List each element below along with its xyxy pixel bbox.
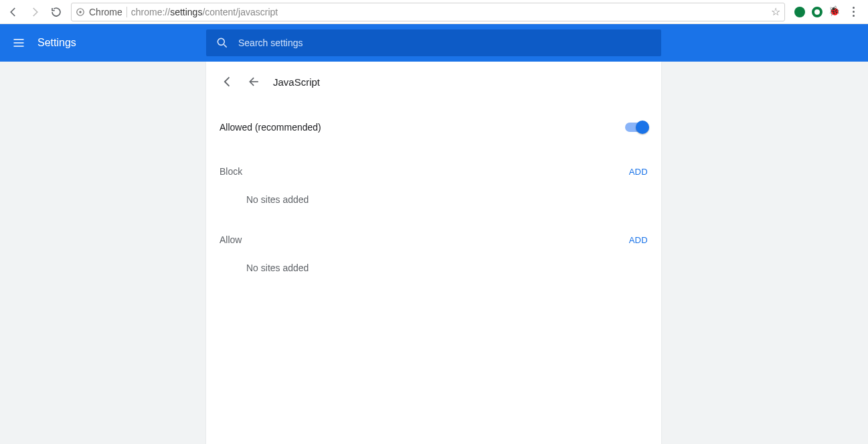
forward-button[interactable]	[25, 3, 44, 21]
block-section-header: Block ADD	[206, 154, 661, 189]
reload-button[interactable]	[47, 3, 66, 21]
settings-back-button[interactable]	[220, 74, 236, 90]
settings-body: JavaScript Allowed (recommended) Block A…	[0, 62, 868, 444]
nav-button-group	[4, 3, 66, 21]
block-empty-message: No sites added	[206, 189, 661, 218]
extension-icon-3[interactable]	[829, 7, 840, 17]
origin-label: Chrome	[89, 7, 122, 17]
settings-card: JavaScript Allowed (recommended) Block A…	[206, 62, 661, 444]
search-settings-box[interactable]	[206, 29, 661, 56]
extension-icon-2[interactable]	[812, 7, 822, 17]
settings-header: Settings	[0, 24, 868, 62]
site-info-icon[interactable]	[76, 7, 85, 17]
allowed-toggle[interactable]	[625, 123, 648, 132]
allow-add-button[interactable]: ADD	[629, 235, 648, 245]
hamburger-menu-button[interactable]	[0, 24, 37, 62]
extension-icons	[790, 7, 864, 17]
extension-icon-1[interactable]	[794, 7, 805, 17]
block-add-button[interactable]: ADD	[629, 167, 648, 177]
omnibox-divider	[126, 7, 127, 17]
block-section-label: Block	[220, 166, 242, 177]
search-icon	[215, 36, 229, 50]
toggle-knob	[636, 121, 649, 134]
url-text: chrome://settings/content/javascript	[131, 7, 278, 17]
allowed-toggle-row: Allowed (recommended)	[206, 110, 661, 145]
back-arrow-icon[interactable]	[248, 75, 261, 88]
svg-point-1	[79, 11, 82, 13]
allowed-toggle-label: Allowed (recommended)	[220, 122, 321, 133]
search-settings-input[interactable]	[238, 38, 652, 48]
bookmark-star-icon[interactable]: ☆	[771, 5, 780, 18]
browser-menu-button[interactable]	[847, 7, 860, 17]
browser-toolbar: Chrome chrome://settings/content/javascr…	[0, 0, 868, 24]
allow-section-header: Allow ADD	[206, 222, 661, 257]
svg-point-2	[218, 38, 224, 45]
allow-section-label: Allow	[220, 234, 242, 245]
card-header: JavaScript	[206, 62, 661, 96]
allow-empty-message: No sites added	[206, 257, 661, 287]
back-button[interactable]	[4, 3, 23, 21]
page-title: JavaScript	[273, 76, 320, 88]
address-bar[interactable]: Chrome chrome://settings/content/javascr…	[71, 3, 785, 21]
settings-title: Settings	[37, 37, 76, 49]
